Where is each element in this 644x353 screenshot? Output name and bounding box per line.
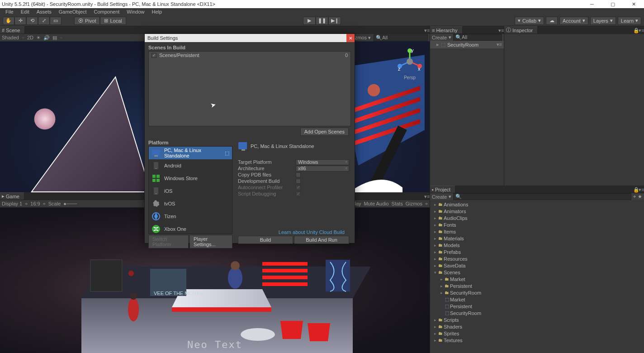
audio-toggle[interactable]: 🔊 <box>43 35 50 41</box>
menu-help[interactable]: Help <box>148 9 166 14</box>
scene-asset[interactable]: ⬚Market <box>430 296 644 303</box>
fold-icon[interactable]: ▸ <box>433 202 437 207</box>
platform-item[interactable]: tvOS <box>149 197 232 210</box>
platform-item[interactable]: PC, Mac & Linux Standalone⬚ <box>149 147 232 159</box>
fold-icon[interactable]: ▸ <box>439 277 444 281</box>
fold-icon[interactable]: ▸ <box>433 223 437 227</box>
fold-icon[interactable]: ▸ <box>433 243 437 248</box>
fold-icon[interactable]: ▸ <box>433 250 437 254</box>
mute-toggle[interactable]: Mute Audio <box>364 201 389 206</box>
player-settings-button[interactable]: Player Settings... <box>189 235 232 248</box>
menu-window[interactable]: Window <box>123 9 148 14</box>
fold-icon[interactable]: ▸ <box>433 338 437 343</box>
tab-menu-icon[interactable]: ▾≡ <box>424 194 430 200</box>
collab-dropdown[interactable]: ▾ Collab ▾ <box>515 17 544 25</box>
scene-tab[interactable]: # Scene <box>0 26 25 33</box>
fold-icon[interactable]: ▸ <box>433 263 437 268</box>
fold-icon[interactable]: ▸ <box>433 209 437 214</box>
play-button[interactable]: ▶ <box>303 17 316 25</box>
folder-item[interactable]: ▸🖿Fonts <box>430 221 644 228</box>
fold-icon[interactable]: ▾ <box>433 270 437 275</box>
lighting-toggle[interactable]: ☀ <box>36 35 41 41</box>
fold-icon[interactable]: ▸ <box>433 324 437 329</box>
fold-icon[interactable]: ▸ <box>433 229 437 234</box>
rect-tool[interactable]: ▭ <box>50 17 62 25</box>
fold-icon[interactable]: ▸ <box>433 331 437 336</box>
scene-checkbox[interactable]: ✓ <box>152 53 156 58</box>
fold-icon[interactable]: ▸ <box>439 284 444 288</box>
cloud-button[interactable]: ☁ <box>546 17 558 25</box>
fold-icon[interactable]: ▸ <box>433 236 437 241</box>
scene-row[interactable]: ✓ Scenes/Persistent 0 <box>149 52 350 59</box>
account-dropdown[interactable]: Account ▾ <box>559 17 588 25</box>
scale-slider[interactable]: ●─── <box>63 201 77 206</box>
folder-item[interactable]: ▸🖿Shaders <box>430 323 644 330</box>
layout-dropdown[interactable]: Learn ▾ <box>618 17 641 25</box>
layers-dropdown[interactable]: Layers ▾ <box>590 17 616 25</box>
hand-tool[interactable]: ✋ <box>3 17 14 25</box>
scene-search[interactable]: 🔍All <box>374 34 428 41</box>
menu-assets[interactable]: Assets <box>33 9 55 14</box>
build-button[interactable]: Build <box>238 236 293 244</box>
switch-platform-button[interactable]: Switch Platform <box>148 235 189 248</box>
folder-item[interactable]: ▸🖿Sprites <box>430 330 644 337</box>
tab-menu-icon[interactable]: ▾≡ <box>498 28 504 33</box>
platform-item[interactable]: Xbox One <box>149 223 232 235</box>
pause-button[interactable]: ❚❚ <box>316 17 328 25</box>
copy-pdb-checkbox[interactable] <box>296 172 301 177</box>
menu-file[interactable]: File <box>2 9 17 14</box>
tab-menu-icon[interactable]: ▾≡ <box>639 28 644 33</box>
fold-icon[interactable]: ▸ <box>433 216 437 220</box>
add-open-scenes-button[interactable]: Add Open Scenes <box>300 128 349 136</box>
options-icon[interactable]: ▾≡ <box>497 42 502 48</box>
orientation-gizmo[interactable]: y x z Persp <box>396 48 423 75</box>
hierarchy-create[interactable]: Create <box>432 35 447 40</box>
folder-item[interactable]: ▸🖿SaveData <box>430 262 644 269</box>
architecture-select[interactable]: x86 <box>296 166 349 172</box>
project-tab[interactable]: ▪ Project <box>430 186 455 193</box>
menu-edit[interactable]: Edit <box>17 9 33 14</box>
hierarchy-root[interactable]: ▸ ⬚ SecurityRoom ▾≡ <box>430 41 504 48</box>
folder-item[interactable]: ▸🖿Persistent <box>430 282 644 289</box>
platform-item[interactable]: iOS <box>149 185 232 197</box>
folder-item[interactable]: ▸🖿Textures <box>430 337 644 343</box>
folder-item[interactable]: ▸🖿Materials <box>430 235 644 242</box>
project-create[interactable]: Create <box>432 194 447 200</box>
hierarchy-tab[interactable]: ≡ Hierarchy <box>430 26 463 33</box>
local-toggle[interactable]: ⊞ Local <box>100 17 126 25</box>
fold-icon[interactable]: ▸ <box>433 318 437 322</box>
dialog-titlebar[interactable]: Build Settings ✕ <box>145 34 355 42</box>
lock-icon[interactable]: 🔒 <box>633 187 639 193</box>
minimize-button[interactable]: ─ <box>582 0 602 8</box>
filter-icon[interactable]: ⌖ <box>633 194 636 200</box>
shading-dropdown[interactable]: Shaded <box>2 35 19 40</box>
rotate-tool[interactable]: ⟲ <box>26 17 38 25</box>
build-and-run-button[interactable]: Build And Run <box>294 236 349 244</box>
fx-toggle[interactable]: ▤ <box>52 35 57 41</box>
persp-label[interactable]: Persp <box>396 75 423 80</box>
menu-component[interactable]: Component <box>90 9 123 14</box>
folder-item[interactable]: ▸🖿Market <box>430 276 644 282</box>
maximize-button[interactable]: ▢ <box>602 0 623 8</box>
tab-menu-icon[interactable]: ▾≡ <box>639 187 644 193</box>
fold-icon[interactable]: ▸ <box>433 257 437 261</box>
scene-asset[interactable]: ⬚Persistent <box>430 303 644 310</box>
hierarchy-search[interactable]: 🔍All <box>453 34 502 41</box>
platform-item[interactable]: Tizen <box>149 210 232 223</box>
platform-item[interactable]: Windows Store <box>149 172 232 185</box>
scene-asset[interactable]: ⬚SecurityRoom <box>430 310 644 316</box>
folder-item[interactable]: ▸🖿Resources <box>430 255 644 262</box>
close-button[interactable]: ✕ <box>623 0 644 8</box>
cloud-build-link[interactable]: Learn about Unity Cloud Build <box>238 229 349 236</box>
folder-item[interactable]: ▸🖿AudioClips <box>430 215 644 221</box>
folder-item[interactable]: ▸🖿Prefabs <box>430 248 644 255</box>
fold-icon[interactable]: ▸ <box>439 291 444 295</box>
scale-tool[interactable]: ⤢ <box>38 17 50 25</box>
project-search[interactable]: 🔍 <box>453 193 631 200</box>
display-dropdown[interactable]: Display 1 <box>2 201 22 206</box>
folder-item[interactable]: ▸🖿Scripts <box>430 316 644 323</box>
platform-item[interactable]: Android <box>149 159 232 172</box>
pivot-toggle[interactable]: ⦿ Pivot <box>74 17 100 25</box>
folder-item[interactable]: ▸🖿Animators <box>430 208 644 215</box>
filter-icon-2[interactable]: ★ <box>638 194 642 200</box>
